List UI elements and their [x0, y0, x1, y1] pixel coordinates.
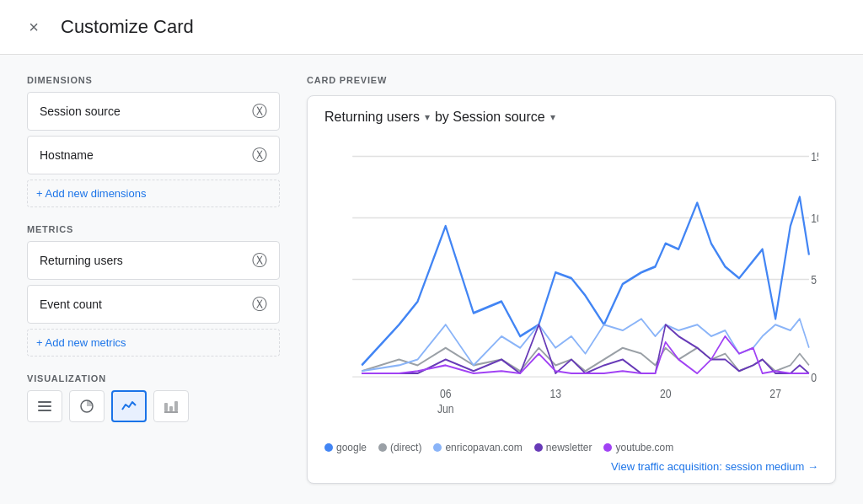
- svg-rect-1: [38, 405, 51, 407]
- card-preview: Returning users ▾ by Session source ▾ 15: [307, 95, 836, 484]
- dialog-title: Customize Card: [61, 16, 194, 38]
- dimensions-section: DIMENSIONS Session source Ⓧ Hostname Ⓧ +…: [27, 75, 280, 207]
- legend-dot-youtube: [603, 443, 612, 452]
- dimension-chip-hostname: Hostname Ⓧ: [27, 136, 280, 174]
- legend-dot-direct: [378, 443, 387, 452]
- svg-text:13: 13: [549, 387, 561, 401]
- dimension-chip-label: Hostname: [40, 148, 94, 162]
- left-panel: DIMENSIONS Session source Ⓧ Hostname Ⓧ +…: [27, 75, 280, 484]
- legend-google: google: [324, 442, 367, 453]
- viz-pie-button[interactable]: [69, 390, 105, 422]
- svg-text:06: 06: [440, 387, 452, 401]
- legend-label-enricopavan: enricopavan.com: [445, 442, 522, 453]
- close-button[interactable]: ×: [20, 13, 47, 40]
- preview-label: CARD PREVIEW: [307, 75, 836, 85]
- dimension-chip-label: Session source: [40, 105, 121, 118]
- legend-dot-newsletter: [534, 443, 543, 452]
- add-metric-button[interactable]: + Add new metrics: [27, 329, 280, 357]
- remove-metric-event-count-button[interactable]: Ⓧ: [252, 294, 267, 314]
- legend-enricopavan: enricopavan.com: [433, 442, 522, 453]
- legend-youtube: youtube.com: [603, 442, 673, 453]
- metric-dropdown-arrow[interactable]: ▾: [425, 111, 430, 123]
- metric-chip-returning-users: Returning users Ⓧ: [27, 241, 280, 280]
- visualization-label: VISUALIZATION: [27, 373, 280, 383]
- dimensions-label: DIMENSIONS: [27, 75, 280, 85]
- legend-newsletter: newsletter: [534, 442, 592, 453]
- customize-card-dialog: × Customize Card DIMENSIONS Session sour…: [0, 0, 863, 504]
- metrics-label: METRICS: [27, 224, 280, 234]
- chart-legend: google (direct) enricopavan.com newslett…: [324, 442, 818, 453]
- dimension-dropdown-arrow[interactable]: ▾: [550, 111, 555, 123]
- card-title-row: Returning users ▾ by Session source ▾: [324, 110, 818, 125]
- svg-rect-2: [38, 410, 51, 411]
- viz-buttons-row: [27, 390, 280, 422]
- dialog-header: × Customize Card: [0, 0, 863, 55]
- svg-rect-5: [169, 406, 173, 411]
- metrics-section: METRICS Returning users Ⓧ Event count Ⓧ …: [27, 224, 280, 357]
- svg-rect-6: [174, 401, 178, 411]
- chart-area: 15 10 5 0 06 Jun 13 20 27: [324, 133, 818, 435]
- viz-line-button[interactable]: [111, 390, 147, 422]
- legend-direct: (direct): [378, 442, 421, 453]
- visualization-section: VISUALIZATION: [27, 373, 280, 422]
- svg-rect-0: [38, 401, 51, 403]
- metric-chip-event-count: Event count Ⓧ: [27, 285, 280, 324]
- remove-dimension-hostname-button[interactable]: Ⓧ: [252, 145, 267, 165]
- right-panel: CARD PREVIEW Returning users ▾ by Sessio…: [307, 75, 836, 484]
- legend-dot-google: [324, 443, 333, 452]
- card-by-label: by Session source: [435, 110, 545, 125]
- svg-text:20: 20: [660, 387, 672, 401]
- svg-text:10: 10: [811, 212, 818, 226]
- line-chart: 15 10 5 0 06 Jun 13 20 27: [324, 133, 818, 435]
- svg-text:5: 5: [811, 273, 817, 287]
- remove-dimension-session-source-button[interactable]: Ⓧ: [252, 101, 267, 121]
- legend-label-direct: (direct): [390, 442, 421, 453]
- legend-label-google: google: [336, 442, 367, 453]
- dialog-body: DIMENSIONS Session source Ⓧ Hostname Ⓧ +…: [0, 55, 863, 504]
- legend-dot-enricopavan: [433, 443, 442, 452]
- view-traffic-link[interactable]: View traffic acquisition: session medium…: [324, 460, 818, 473]
- dimension-chip-session-source: Session source Ⓧ: [27, 92, 280, 131]
- svg-rect-4: [164, 403, 168, 411]
- svg-text:15: 15: [811, 150, 818, 164]
- add-dimension-button[interactable]: + Add new dimensions: [27, 180, 280, 207]
- viz-table-button[interactable]: [27, 390, 62, 422]
- metric-chip-label: Returning users: [40, 254, 123, 267]
- legend-label-newsletter: newsletter: [546, 442, 592, 453]
- legend-label-youtube: youtube.com: [615, 442, 673, 453]
- metric-chip-label: Event count: [40, 298, 102, 311]
- svg-text:27: 27: [769, 387, 781, 401]
- remove-metric-returning-users-button[interactable]: Ⓧ: [252, 250, 267, 271]
- viz-bar-button[interactable]: [153, 390, 189, 422]
- card-metric-label: Returning users: [324, 110, 420, 125]
- svg-text:0: 0: [811, 370, 817, 384]
- svg-text:Jun: Jun: [437, 402, 454, 416]
